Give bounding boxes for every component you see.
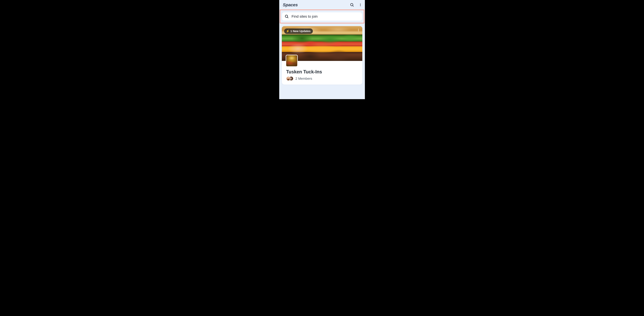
lightning-icon: ⚡ xyxy=(286,30,290,33)
card-more-button[interactable] xyxy=(357,28,360,32)
member-avatars: S xyxy=(286,76,294,81)
svg-point-4 xyxy=(360,6,361,6)
members-row: S 2 Members xyxy=(286,76,358,81)
svg-point-2 xyxy=(360,4,361,4)
updates-badge[interactable]: ⚡ 1 New Updates xyxy=(284,28,313,34)
search-icon xyxy=(285,14,289,18)
header-search-button[interactable] xyxy=(350,3,354,7)
svg-point-9 xyxy=(358,31,358,31)
app-screen: Spaces xyxy=(279,0,365,99)
space-card[interactable]: ⚡ 1 New Updates Tusken Tuck-Ins xyxy=(282,26,362,84)
updates-badge-text: 1 New Updates xyxy=(290,30,311,33)
members-count: 2 Members xyxy=(296,76,312,80)
search-input[interactable] xyxy=(292,14,360,18)
member-avatar xyxy=(286,76,290,81)
header: Spaces xyxy=(279,0,365,10)
svg-line-6 xyxy=(287,17,288,18)
search-bar[interactable] xyxy=(282,12,362,20)
more-vertical-icon xyxy=(357,28,360,32)
space-title: Tusken Tuck-Ins xyxy=(286,69,358,74)
card-cover-image: ⚡ 1 New Updates xyxy=(282,26,362,61)
page-title: Spaces xyxy=(283,2,298,7)
search-highlight xyxy=(280,10,364,23)
content: ⚡ 1 New Updates Tusken Tuck-Ins xyxy=(279,23,365,84)
more-vertical-icon xyxy=(359,3,362,6)
header-more-button[interactable] xyxy=(359,3,362,6)
search-icon xyxy=(350,3,354,7)
svg-point-8 xyxy=(358,30,358,30)
space-avatar xyxy=(286,55,298,67)
svg-line-1 xyxy=(352,6,354,6)
header-actions xyxy=(350,3,362,7)
svg-point-3 xyxy=(360,4,361,5)
svg-point-7 xyxy=(358,29,358,29)
